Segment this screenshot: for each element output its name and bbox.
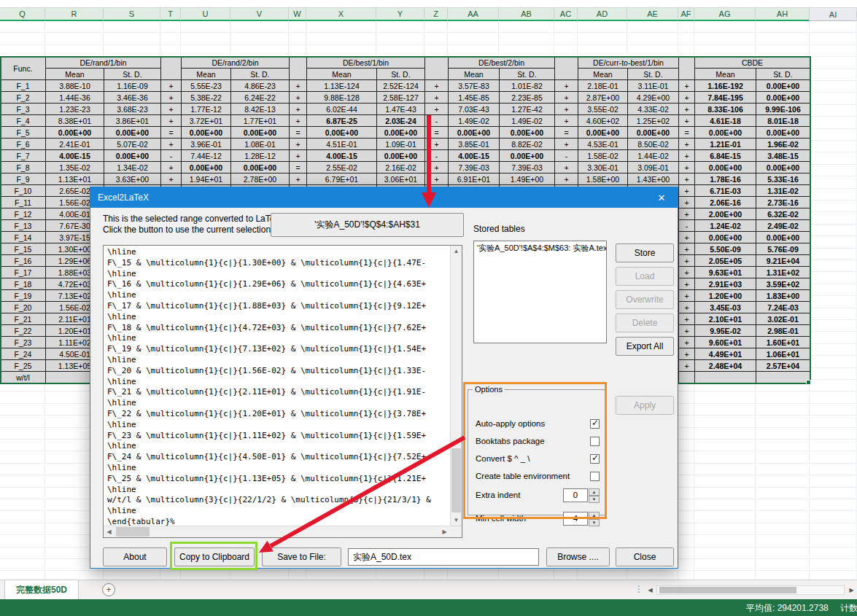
- row-label-cell[interactable]: F_21: [1, 313, 46, 325]
- value-cell[interactable]: +: [161, 162, 182, 174]
- row-label-cell[interactable]: F_19: [1, 290, 46, 302]
- value-cell[interactable]: +: [555, 80, 578, 92]
- value-cell[interactable]: 3.06E+01: [377, 174, 425, 185]
- column-header-AC[interactable]: AC: [554, 8, 578, 21]
- spin-down-icon[interactable]: ▼: [589, 496, 600, 503]
- value-cell[interactable]: +: [290, 92, 307, 104]
- row-label-cell[interactable]: F_4: [1, 115, 46, 127]
- row-label-cell[interactable]: F_9: [1, 174, 46, 185]
- column-header-AE[interactable]: AE: [627, 8, 678, 21]
- value-cell[interactable]: +: [425, 80, 449, 92]
- value-cell[interactable]: 1.58E-02: [578, 150, 628, 162]
- value-cell[interactable]: 3.86E+01: [104, 115, 161, 127]
- group-header-cell[interactable]: DE/best/2/bin: [449, 57, 555, 69]
- value-cell[interactable]: 3.68E-23: [104, 104, 161, 115]
- value-cell[interactable]: +: [679, 92, 695, 104]
- value-cell[interactable]: +: [555, 92, 578, 104]
- value-cell[interactable]: 2.91E+03: [695, 278, 756, 290]
- booktabs-checkbox[interactable]: [590, 437, 600, 446]
- value-cell[interactable]: 1.13E+01: [46, 174, 104, 185]
- value-cell[interactable]: 3.59E+02: [756, 278, 810, 290]
- row-label-cell[interactable]: F_7: [1, 150, 46, 162]
- value-cell[interactable]: +: [679, 290, 695, 302]
- value-cell[interactable]: 5.38E-22: [182, 92, 231, 104]
- value-cell[interactable]: 1.49E-02: [500, 115, 555, 127]
- value-cell[interactable]: 1.43E+00: [628, 174, 679, 185]
- spin-down-icon[interactable]: ▼: [589, 519, 600, 526]
- row-label-cell[interactable]: F_20: [1, 302, 46, 313]
- value-cell[interactable]: 9.60E+01: [695, 337, 756, 348]
- value-cell[interactable]: 1.01E-82: [500, 80, 555, 92]
- value-cell[interactable]: +: [555, 115, 578, 127]
- vertical-scroll-thumb[interactable]: [451, 448, 461, 512]
- subheader-cell[interactable]: Mean: [449, 69, 500, 80]
- value-cell[interactable]: 0.00E+00: [695, 232, 756, 243]
- column-header-AI[interactable]: AI: [810, 8, 857, 21]
- value-cell[interactable]: 1.96E-02: [756, 139, 810, 150]
- value-cell[interactable]: +: [679, 150, 695, 162]
- value-cell[interactable]: 1.13E-124: [307, 80, 377, 92]
- value-cell[interactable]: 1.08E-01: [231, 139, 290, 150]
- value-cell[interactable]: 0.00E+00: [500, 127, 555, 139]
- value-cell[interactable]: 3.30E-01: [578, 162, 628, 174]
- row-label-cell[interactable]: F_18: [1, 278, 46, 290]
- value-cell[interactable]: 4.33E-02: [628, 104, 679, 115]
- row-label-cell[interactable]: F_22: [1, 325, 46, 337]
- value-cell[interactable]: 0.00E+00: [307, 127, 377, 139]
- row-label-cell[interactable]: F_2: [1, 92, 46, 104]
- value-cell[interactable]: 3.02E-01: [756, 313, 810, 325]
- value-cell[interactable]: 6.24E-22: [231, 92, 290, 104]
- value-cell[interactable]: 0.00E+00: [756, 92, 810, 104]
- value-cell[interactable]: 1.60E+01: [756, 337, 810, 348]
- value-cell[interactable]: +: [555, 162, 578, 174]
- row-label-cell[interactable]: F_10: [1, 185, 46, 197]
- value-cell[interactable]: 3.45E-03: [695, 302, 756, 313]
- value-cell[interactable]: 3.48E-15: [756, 150, 810, 162]
- subheader-cell[interactable]: Mean: [46, 69, 104, 80]
- value-cell[interactable]: +: [161, 104, 182, 115]
- value-cell[interactable]: 0.00E+00: [46, 127, 104, 139]
- value-cell[interactable]: 0.00E+00: [756, 80, 810, 92]
- value-cell[interactable]: 2.10E+01: [695, 313, 756, 325]
- value-cell[interactable]: 0.00E+00: [377, 127, 425, 139]
- vertical-scrollbar[interactable]: ▲ ▼: [450, 246, 462, 526]
- value-cell[interactable]: 7.84E-195: [695, 92, 756, 104]
- value-cell[interactable]: 4.29E+00: [628, 92, 679, 104]
- row-label-cell[interactable]: F_12: [1, 208, 46, 220]
- value-cell[interactable]: 2.23E-85: [500, 92, 555, 104]
- value-cell[interactable]: 4.86E-23: [231, 80, 290, 92]
- scroll-left-icon[interactable]: ◀: [104, 526, 115, 537]
- value-cell[interactable]: +: [290, 104, 307, 115]
- value-cell[interactable]: 4.00E-15: [449, 150, 500, 162]
- value-cell[interactable]: 0.00E+00: [231, 162, 290, 174]
- spin-up-icon[interactable]: ▲: [589, 512, 600, 519]
- column-header-R[interactable]: R: [45, 8, 104, 21]
- value-cell[interactable]: 5.50E-09: [695, 243, 756, 255]
- value-cell[interactable]: 8.38E+01: [46, 115, 104, 127]
- row-label-cell[interactable]: F_1: [1, 80, 46, 92]
- horizontal-scroll-thumb[interactable]: [116, 527, 150, 537]
- sign-header-cell[interactable]: [555, 57, 578, 80]
- value-cell[interactable]: 3.88E-10: [46, 80, 104, 92]
- value-cell[interactable]: 1.77E-12: [182, 104, 231, 115]
- spinner-arrows[interactable]: ▲▼: [589, 488, 600, 502]
- value-cell[interactable]: +: [679, 360, 695, 372]
- value-cell[interactable]: 5.55E-23: [182, 80, 231, 92]
- scroll-down-icon[interactable]: ▼: [451, 515, 462, 526]
- copy-to-clipboard-button[interactable]: Copy to Clipboard: [174, 547, 255, 566]
- value-cell[interactable]: 4.60E+02: [578, 115, 628, 127]
- latex-output-textarea[interactable]: \hline F\_15 & \multicolumn{1}{c|}{1.30E…: [104, 246, 450, 526]
- spinner-arrows[interactable]: ▲▼: [589, 512, 600, 526]
- value-cell[interactable]: 0.00E+00: [500, 150, 555, 162]
- value-cell[interactable]: 6.87E-25: [307, 115, 377, 127]
- column-header-AB[interactable]: AB: [499, 8, 554, 21]
- value-cell[interactable]: 1.78E-16: [695, 174, 756, 185]
- value-cell[interactable]: 1.27E-42: [500, 104, 555, 115]
- value-cell[interactable]: 0.00E+00: [377, 150, 425, 162]
- group-header-cell[interactable]: DE/curr-to-best/1/bin: [578, 57, 679, 69]
- value-cell[interactable]: 7.39E-03: [449, 162, 500, 174]
- dialog-titlebar[interactable]: Excel2LaTeX ✕: [90, 187, 678, 208]
- column-header-V[interactable]: V: [230, 8, 289, 21]
- value-cell[interactable]: 7.24E-03: [756, 302, 810, 313]
- value-cell[interactable]: 6.84E-15: [695, 150, 756, 162]
